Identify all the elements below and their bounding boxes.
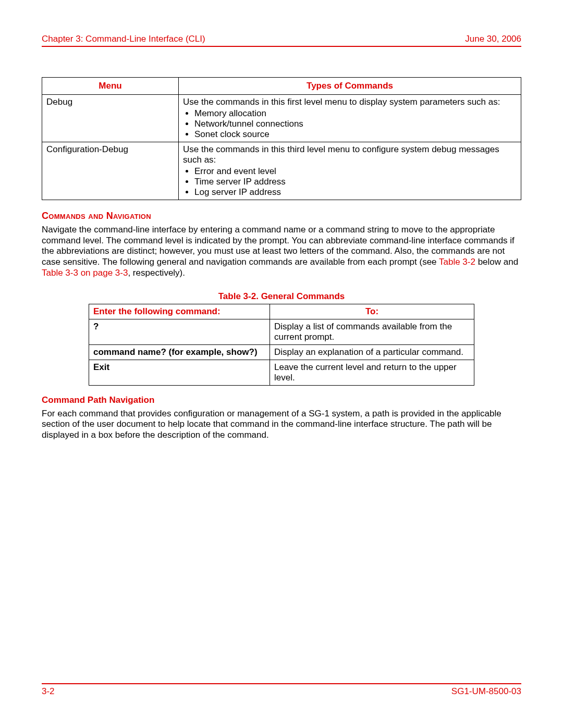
- row-intro: Use the commands in this third level men…: [183, 144, 499, 165]
- sub-heading: Command Path Navigation: [42, 395, 521, 405]
- bullet-item: Network/tunnel connections: [194, 119, 517, 129]
- to-cell: Display a list of commands available fro…: [270, 319, 474, 344]
- table-caption: Table 3-2. General Commands: [42, 291, 521, 302]
- row-intro: Use the commands in this first level men…: [183, 97, 500, 107]
- table-row: Debug Use the commands in this first lev…: [42, 95, 521, 142]
- page-number: 3-2: [42, 686, 55, 697]
- general-commands-table: Enter the following command: To: ? Displ…: [89, 304, 474, 386]
- cmd-cell: ?: [89, 319, 270, 344]
- menu-header: Menu: [42, 78, 179, 95]
- cmd-cell: Exit: [89, 360, 270, 385]
- menu-cell: Debug: [42, 95, 179, 142]
- to-cell: Display an explanation of a particular c…: [270, 344, 474, 360]
- to-cell: Leave the current level and return to th…: [270, 360, 474, 385]
- to-header: To:: [270, 304, 474, 319]
- bullet-item: Error and event level: [194, 166, 517, 177]
- menu-cell: Configuration-Debug: [42, 142, 179, 200]
- cross-ref[interactable]: Table 3-2: [439, 257, 475, 267]
- menu-table: Menu Types of Commands Debug Use the com…: [42, 77, 521, 200]
- table-row: ? Display a list of commands available f…: [89, 319, 474, 344]
- types-cell: Use the commands in this first level men…: [179, 95, 521, 142]
- para-text: , respectively).: [128, 268, 185, 278]
- doc-id: SG1-UM-8500-03: [451, 686, 521, 697]
- section-heading: Commands and Navigation: [42, 211, 521, 221]
- section-paragraph: Navigate the command-line interface by e…: [42, 225, 521, 279]
- table-row: Configuration-Debug Use the commands in …: [42, 142, 521, 200]
- page-footer: 3-2 SG1-UM-8500-03: [42, 683, 521, 697]
- bullet-list: Error and event level Time server IP add…: [183, 166, 517, 198]
- chapter-title: Chapter 3: Command-Line Interface (CLI): [42, 34, 205, 44]
- bullet-item: Sonet clock source: [194, 129, 517, 140]
- cmd-header: Enter the following command:: [89, 304, 270, 319]
- types-cell: Use the commands in this third level men…: [179, 142, 521, 200]
- table-row: Exit Leave the current level and return …: [89, 360, 474, 385]
- bullet-item: Time server IP address: [194, 177, 517, 187]
- sub-body: For each command that provides configura…: [42, 409, 521, 441]
- bullet-item: Log server IP address: [194, 187, 517, 198]
- header-date: June 30, 2006: [465, 34, 521, 44]
- bullet-item: Memory allocation: [194, 108, 517, 119]
- types-header: Types of Commands: [179, 78, 521, 95]
- para-text: below and: [475, 257, 518, 267]
- cross-ref[interactable]: Table 3-3 on page 3-3: [42, 268, 128, 278]
- cmd-cell: command name? (for example, show?): [89, 344, 270, 360]
- page-header: Chapter 3: Command-Line Interface (CLI) …: [42, 34, 521, 47]
- page: Chapter 3: Command-Line Interface (CLI) …: [0, 0, 563, 728]
- table-row: command name? (for example, show?) Displ…: [89, 344, 474, 360]
- bullet-list: Memory allocation Network/tunnel connect…: [183, 108, 517, 140]
